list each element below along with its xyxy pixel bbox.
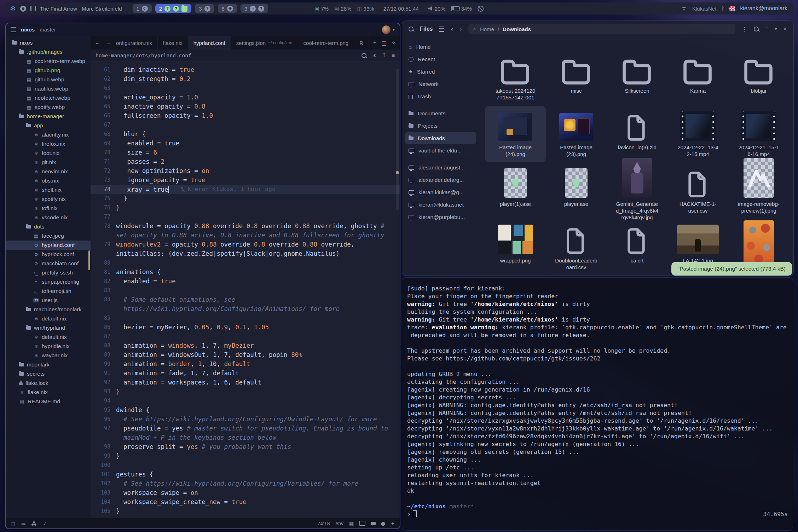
chevron-down-icon[interactable]: ▾: [393, 27, 395, 32]
breadcrumb-home[interactable]: Home: [480, 26, 494, 32]
tree-item-secrets[interactable]: secrets: [6, 369, 91, 378]
code-editor[interactable]: 61 dim_inactive = true62 dim_strength = …: [91, 62, 400, 518]
code-line-70[interactable]: 70 size = 6: [91, 148, 400, 157]
file-item-image-removebg-[interactable]: image-removebg- preview(1).png: [728, 162, 789, 219]
tab-cool-retro-term-png[interactable]: cool-retro-term.png: [298, 36, 354, 50]
media-player-icon[interactable]: [20, 6, 26, 12]
sidebar-item-documents[interactable]: Documents: [405, 107, 476, 120]
file-item-ca-crt[interactable]: ca.crt: [607, 219, 667, 276]
list-view-icon[interactable]: ≡: [765, 26, 768, 32]
sidebar-item-home[interactable]: ⌂Home: [405, 41, 476, 53]
project-panel-toggle-icon[interactable]: ◫: [11, 521, 15, 526]
tree-item-flake-nix[interactable]: ❄flake.nix: [6, 388, 91, 397]
split-pane-icon[interactable]: ◫: [381, 40, 387, 46]
search-icon[interactable]: [409, 27, 414, 31]
sidebar-item-downloads[interactable]: Downloads: [405, 132, 476, 144]
tree-item-shell-nix[interactable]: ❄shell.nix: [6, 185, 91, 195]
sidebar-item-alexander-defarg-[interactable]: alexander.defarg...: [405, 174, 476, 186]
git-branch-label[interactable]: master: [40, 27, 56, 33]
editor-scrollbar[interactable]: [396, 69, 399, 210]
tree-item-waybar-nix[interactable]: ❄waybar.nix: [6, 351, 91, 360]
code-line-96[interactable]: 96 # See https://wiki.hyprland.org/Confi…: [91, 415, 400, 424]
tree-item-prettify-ss-sh[interactable]: ›_prettify-ss.sh: [6, 268, 91, 277]
code-line-88[interactable]: 88 animation = windows, 1, 7, myBezier: [91, 341, 400, 350]
tree-item-github-png[interactable]: ▦github.png: [6, 66, 91, 75]
nav-forward-icon[interactable]: ›: [459, 25, 462, 33]
code-line-84[interactable]: 84 # Some default animations, see: [91, 295, 400, 304]
code-line-81[interactable]: 81animations {: [91, 267, 400, 277]
tree-item-readme-md[interactable]: ▤README.md: [6, 397, 91, 406]
code-line-76[interactable]: 76}: [91, 203, 400, 212]
wifi-ssid[interactable]: KlukasNet: [692, 6, 716, 12]
tree-item-neovim-nix[interactable]: ❄neovim.nix: [6, 167, 91, 176]
tree-item-hypridle-nix[interactable]: ❄hypridle.nix: [6, 342, 91, 351]
file-item-takeout-2024120[interactable]: takeout-2024120 7T155714Z-001: [485, 49, 546, 106]
code-line-61[interactable]: 61 dim_inactive = true: [91, 65, 400, 74]
workspace-9[interactable]: 9≈?: [241, 4, 268, 13]
zoom-pane-icon[interactable]: [392, 41, 396, 45]
code-line-77[interactable]: 77: [91, 212, 400, 221]
diagnostics-check-icon[interactable]: ✓: [43, 521, 47, 526]
now-playing-title[interactable]: The Final Arrow - Marc Streitenfeld: [40, 6, 122, 12]
tree-item-github-webp[interactable]: ▦github.webp: [6, 75, 91, 84]
code-line-68[interactable]: 68 blur {: [91, 129, 400, 139]
nav-forward-icon[interactable]: →: [105, 40, 111, 46]
nav-back-icon[interactable]: ←: [95, 40, 100, 46]
sidebar-item-network[interactable]: Network: [405, 78, 476, 90]
tab-onfiguration-nix[interactable]: onfiguration.nix: [115, 36, 158, 50]
tree-item-alacritty-nix[interactable]: ❄alacritty.nix: [6, 130, 91, 139]
menu-icon[interactable]: [11, 27, 16, 32]
code-line-94[interactable]: 94: [91, 396, 400, 405]
tree-item-default-nix[interactable]: ❄default.nix: [6, 332, 91, 342]
notifications-bell-icon[interactable]: [381, 522, 385, 525]
sidebar-item-trash[interactable]: Trash: [405, 90, 476, 103]
path-bar[interactable]: ⌂ Home / Downloads: [468, 24, 735, 34]
code-line-90[interactable]: 90 animation = border, 1, 10, default: [91, 359, 400, 369]
tree-item-tofi-nix[interactable]: ❄tofi.nix: [6, 204, 91, 213]
code-line-105[interactable]: 105}: [91, 507, 400, 516]
tree-item-firefox-nix[interactable]: ❄firefox.nix: [6, 139, 91, 149]
tree-item-machines-moonlark[interactable]: machines/moonlark: [6, 305, 91, 314]
tree-item-default-nix[interactable]: ❄default.nix: [6, 314, 91, 323]
code-line-74[interactable]: 74 xray = trueKieran Klukas, 1 hour ago: [91, 185, 400, 194]
sidebar-item-recent[interactable]: Recent: [405, 53, 476, 65]
sidebar-item-starred[interactable]: ★Starred: [405, 65, 476, 78]
tree-item-spotify-nix[interactable]: ❄spotify.nix: [6, 195, 91, 204]
code-line-63[interactable]: 63: [91, 83, 400, 93]
collab-panel-icon[interactable]: [31, 524, 34, 526]
code-line-64[interactable]: 64 active_opacity = 1.0: [91, 93, 400, 102]
cpu-module[interactable]: ▣7%: [314, 6, 329, 12]
assistant-icon[interactable]: ∗: [372, 52, 377, 59]
code-actions-icon[interactable]: ≡: [392, 52, 395, 59]
volume-module[interactable]: 20%: [428, 6, 445, 12]
memory-module[interactable]: ▤28%: [334, 6, 351, 12]
env-label[interactable]: env: [335, 521, 343, 526]
file-item-gemini-generate[interactable]: Gemini_Generate d_Image_4rqv8k4 rqv8k4rq…: [607, 162, 667, 219]
sidebar-item-kieran-klukas-net[interactable]: kieran@klukas.net: [405, 198, 476, 211]
tree-item-sunpaperconfig[interactable]: ≡sunpaperconfig: [6, 277, 91, 287]
code-line-85[interactable]: 85: [91, 313, 400, 323]
microphone-muted-icon[interactable]: [478, 6, 484, 12]
pause-icon[interactable]: [30, 6, 36, 11]
close-window-icon[interactable]: ×: [783, 25, 787, 33]
tree-item-moonlark[interactable]: moonlark: [6, 360, 91, 369]
sidebar-item-vault-of-the-eldu-[interactable]: vault of the eldu...: [405, 144, 476, 157]
code-line-78[interactable]: 78windowrule = opacity 0.88 override 0.8…: [91, 221, 400, 231]
avatar[interactable]: [382, 25, 391, 34]
file-item-2024-12-22-13-4[interactable]: 2024-12-22_13-4 2-15.mp4: [667, 106, 728, 162]
code-line-87[interactable]: 87: [91, 332, 400, 341]
tree-item-flake-lock[interactable]: flake.lock: [6, 378, 91, 388]
sidebar-item-kieran-purplebu-[interactable]: kieran@purplebu...: [405, 211, 476, 223]
code-line-67[interactable]: 67: [91, 120, 400, 129]
disk-module[interactable]: ◫93%: [357, 6, 374, 12]
file-item-pasted-image[interactable]: Pasted image (24).png: [485, 106, 546, 162]
code-line-66[interactable]: 66 fullscreen_opacity = 1.0: [91, 111, 400, 120]
tab-hyprland-conf[interactable]: hyprland.conf: [188, 36, 231, 50]
workspace-2[interactable]: 2??: [155, 4, 191, 13]
tree-item-home-manager[interactable]: home-manager: [6, 112, 91, 121]
tree-item-nautilus-webp[interactable]: ▦nautilus.webp: [6, 84, 91, 93]
workspace-8[interactable]: 8❖: [218, 4, 237, 13]
code-line-89[interactable]: 89 animation = windowsOut, 1, 7, default…: [91, 350, 400, 359]
code-line-62[interactable]: 62 dim_strength = 0.2: [91, 74, 400, 83]
file-item-blobjar[interactable]: blobjar: [728, 49, 789, 106]
